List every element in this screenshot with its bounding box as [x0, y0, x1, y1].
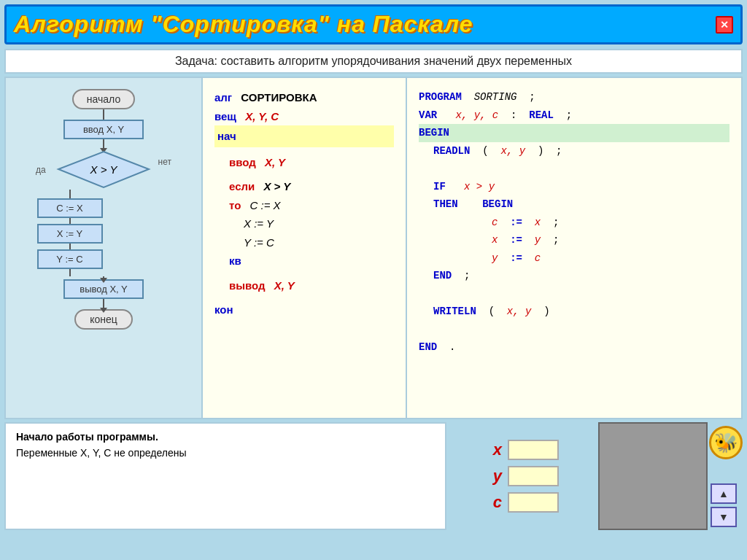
algo-line-11: кон — [214, 300, 394, 319]
navigation-panel: 🐝 ▲ ▼ — [711, 422, 743, 530]
code-var-x1: x — [535, 217, 541, 228]
code-line-12: END . — [419, 338, 729, 357]
code-kw-if: IF — [433, 181, 446, 192]
code-assign-2: := — [510, 234, 522, 246]
bottom-area: Начало работы программы. Переменные X, Y… — [4, 422, 743, 530]
algo-line-1: алг СОРТИРОВКА — [214, 88, 394, 107]
fc-step2: X := Y — [37, 224, 103, 244]
algo-vars-xy: X, Y — [265, 153, 285, 172]
algo-kw-vivod: вывод — [229, 276, 266, 295]
code-line-1: PROGRAM SORTING ; — [419, 88, 729, 106]
display-panel — [598, 422, 708, 530]
code-kw-begin: BEGIN — [419, 127, 449, 139]
algo-kw-vesh: вещ — [214, 107, 236, 126]
status-line2: Переменные X, Y, C не определены — [16, 447, 435, 459]
task-description: Задача: составить алгоритм упорядочивани… — [4, 49, 743, 74]
code-line-7: c := x ; — [492, 214, 729, 232]
code-kw-end1: END — [433, 270, 452, 281]
fc-condition-text: X > Y — [90, 163, 117, 176]
algo-line-10: вывод X, Y — [229, 276, 394, 295]
fc-start: начало — [72, 89, 135, 109]
code-readln-args: x, y — [500, 145, 525, 157]
code-colon: : — [511, 109, 516, 121]
nav-down-button[interactable]: ▼ — [711, 507, 737, 527]
bee-container: 🐝 — [709, 426, 743, 459]
algo-step1: C := X — [249, 196, 280, 215]
code-line-3: BEGIN — [419, 124, 729, 142]
var-x-box[interactable] — [508, 440, 559, 460]
var-x-row: x — [486, 440, 559, 460]
code-blank-2 — [419, 285, 729, 303]
var-x-label: x — [486, 440, 502, 459]
algo-line-2: вещ X, Y, C — [214, 107, 394, 126]
code-var-list: x, y, c — [455, 109, 498, 121]
code-var-y2: y — [492, 252, 498, 264]
header: Алгоритм "Сортировка" на Паскале ✕ — [4, 4, 743, 44]
bee-icon: 🐝 — [709, 426, 743, 459]
algo-step2: X := Y — [244, 214, 274, 233]
algo-kw-alg: алг — [214, 88, 232, 107]
code-line-9: y := c — [492, 249, 729, 268]
code-blank-3 — [419, 321, 729, 339]
algo-line-4: ввод X, Y — [229, 153, 394, 172]
algo-line-7: X := Y — [244, 214, 394, 233]
var-y-row: y — [486, 466, 559, 486]
fc-condition: X > Y да нет — [56, 149, 151, 190]
algo-name: СОРТИРОВКА — [241, 88, 317, 107]
fc-step1: C := X — [37, 198, 103, 218]
code-assign-3: := — [510, 252, 522, 264]
close-button[interactable]: ✕ — [716, 16, 733, 34]
code-line-4: READLN ( x, y ) ; — [433, 142, 729, 160]
algo-line-8: Y := C — [244, 233, 394, 252]
algo-line-5: если X > Y — [229, 177, 394, 196]
code-paren-close: ) — [538, 145, 543, 157]
algorithm-panel: алг СОРТИРОВКА вещ X, Y, C нач ввод X, Y… — [203, 78, 407, 418]
var-c-row: c — [486, 492, 559, 513]
code-kw-readln: READLN — [433, 145, 470, 157]
code-kw-then: THEN — [433, 198, 458, 210]
code-type: REAL — [529, 109, 554, 121]
algo-line-3: нач — [214, 125, 394, 147]
algo-kw-esli: если — [229, 177, 255, 196]
code-blank-1 — [419, 160, 729, 178]
algo-kw-kv: кв — [229, 252, 241, 271]
var-c-label: c — [486, 493, 502, 512]
algo-kw-to: то — [229, 196, 241, 215]
code-line-5: IF x > y — [433, 178, 729, 196]
status-panel: Начало работы программы. Переменные X, Y… — [4, 422, 446, 530]
code-kw-program: PROGRAM — [419, 91, 462, 103]
main-content: начало ввод X, Y X > Y да нет — [4, 77, 743, 419]
code-writeln-args: x, y — [507, 306, 532, 317]
code-panel: PROGRAM SORTING ; VAR x, y, c : REAL ; B… — [407, 78, 741, 418]
code-semi-1: ; — [529, 91, 535, 103]
code-line-2: VAR x, y, c : REAL ; — [419, 106, 729, 125]
code-semi-7: ; — [553, 217, 559, 228]
algo-line-6: то C := X — [229, 196, 394, 215]
fc-no-label: нет — [158, 157, 171, 167]
code-line-10: END ; — [433, 267, 729, 285]
code-kw-begin2: BEGIN — [482, 198, 513, 210]
fc-yes-label: да — [36, 165, 46, 175]
algo-cond: X > Y — [263, 177, 290, 196]
var-y-box[interactable] — [508, 466, 559, 486]
code-kw-var: VAR — [419, 109, 437, 121]
var-c-box[interactable] — [508, 492, 559, 513]
task-text: Задача: составить алгоритм упорядочивани… — [175, 55, 572, 67]
nav-up-button[interactable]: ▲ — [711, 483, 737, 504]
algo-kw-nach: нач — [217, 130, 236, 142]
code-if-cond: x > y — [464, 181, 495, 192]
code-assign-1: := — [510, 217, 522, 228]
algo-out-vars: X, Y — [274, 276, 295, 295]
algo-vars: X, Y, C — [245, 107, 279, 126]
algo-step3: Y := C — [244, 233, 274, 252]
algo-kw-kon: кон — [214, 300, 233, 319]
flowchart-panel: начало ввод X, Y X > Y да нет — [6, 78, 203, 418]
code-semi-10: ; — [464, 270, 470, 281]
code-var-c1: c — [492, 217, 498, 228]
var-y-label: y — [486, 467, 502, 486]
algo-line-9: кв — [229, 252, 394, 271]
code-semi-2: ; — [566, 109, 572, 121]
code-var-c2: c — [535, 252, 541, 264]
status-line1: Начало работы программы. — [16, 431, 435, 443]
algo-kw-vvod: ввод — [229, 153, 256, 172]
